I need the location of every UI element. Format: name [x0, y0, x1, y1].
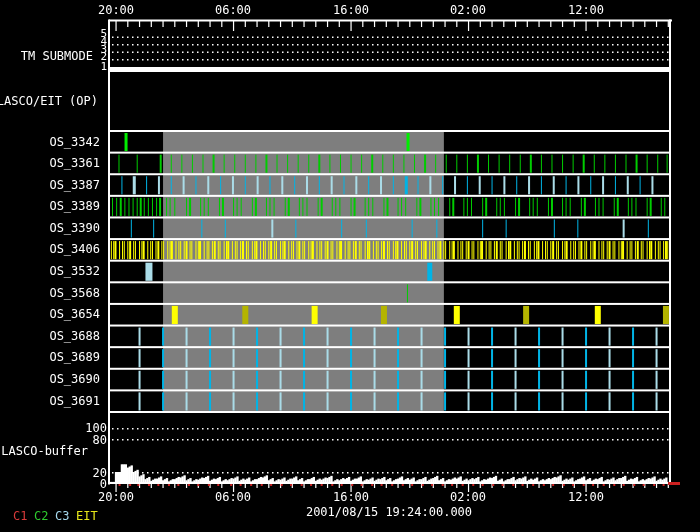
row-label-os3654: OS_3654 [49, 307, 100, 321]
lasco-buffer-label: LASCO-buffer [1, 444, 88, 458]
x-axis-bottom-label-2: 16:00 [327, 490, 375, 504]
x-axis-bottom-label-4: 12:00 [562, 490, 610, 504]
x-axis-bottom-label-0: 20:00 [92, 490, 140, 504]
x-axis-top-label-4: 12:00 [562, 3, 610, 17]
lasco-eit-label: LASCO/EIT (OP) [0, 94, 98, 108]
legend-item-eit: EIT [76, 509, 98, 523]
row-label-os3361: OS_3361 [49, 156, 100, 170]
timeline-plot-canvas [0, 0, 700, 532]
row-label-os3568: OS_3568 [49, 286, 100, 300]
start-date-stamp: 2001/08/15 19:24:00.000 [301, 505, 477, 519]
buffer-tick-0: 0 [100, 477, 107, 491]
row-label-os3406: OS_3406 [49, 242, 100, 256]
row-label-os3342: OS_3342 [49, 135, 100, 149]
x-axis-top-label-1: 06:00 [209, 3, 257, 17]
timeline-window: 20:00 06:00 16:00 02:00 12:00 TM SUBMODE… [0, 0, 700, 532]
row-label-os3688: OS_3688 [49, 329, 100, 343]
legend-item-c1: C1 [13, 509, 27, 523]
x-axis-top-label-0: 20:00 [92, 3, 140, 17]
row-label-os3389: OS_3389 [49, 199, 100, 213]
tm-submode-label: TM SUBMODE [21, 49, 93, 63]
submode-tick-1: 1 [100, 63, 107, 71]
x-axis-top-label-3: 02:00 [444, 3, 492, 17]
legend-item-c3: C3 [55, 509, 69, 523]
row-label-os3689: OS_3689 [49, 350, 100, 364]
row-label-os3390: OS_3390 [49, 221, 100, 235]
buffer-tick-80: 80 [93, 433, 107, 447]
x-axis-top-label-2: 16:00 [327, 3, 375, 17]
x-axis-bottom-label-3: 02:00 [444, 490, 492, 504]
legend-item-c2: C2 [34, 509, 48, 523]
x-axis-bottom-label-1: 06:00 [209, 490, 257, 504]
row-label-os3532: OS_3532 [49, 264, 100, 278]
row-label-os3691: OS_3691 [49, 394, 100, 408]
row-label-os3387: OS_3387 [49, 178, 100, 192]
row-label-os3690: OS_3690 [49, 372, 100, 386]
